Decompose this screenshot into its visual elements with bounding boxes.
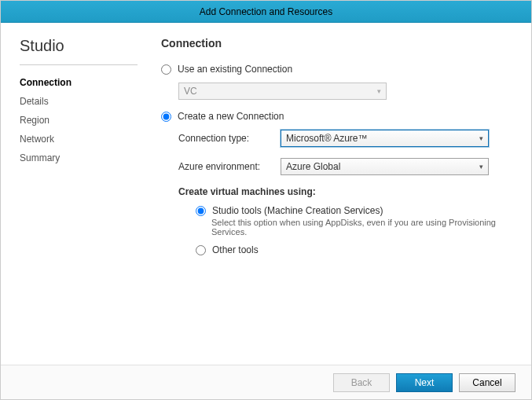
sidebar-item-connection[interactable]: Connection: [20, 73, 138, 92]
wizard-footer: Back Next Cancel: [1, 365, 531, 399]
azure-env-value: Azure Global: [286, 161, 340, 172]
studio-tools-description: Select this option when using AppDisks, …: [211, 218, 512, 237]
radio-studio-tools[interactable]: Studio tools (Machine Creation Services): [196, 205, 512, 216]
radio-existing-connection[interactable]: Use an existing Connection: [161, 64, 512, 75]
back-button: Back: [333, 373, 390, 392]
main-panel: Connection Use an existing Connection VC…: [138, 37, 512, 365]
connection-type-select[interactable]: Microsoft® Azure™ ▾: [281, 130, 489, 147]
radio-other-tools-input[interactable]: [196, 245, 206, 255]
radio-existing-input[interactable]: [161, 64, 171, 75]
page-title: Connection: [161, 37, 512, 50]
content-area: Studio Connection Details Region Network…: [1, 23, 531, 365]
radio-other-tools[interactable]: Other tools: [196, 244, 512, 255]
chevron-down-icon: ▾: [479, 134, 483, 142]
azure-env-select[interactable]: Azure Global ▾: [281, 158, 489, 175]
chevron-down-icon: ▾: [377, 87, 381, 95]
radio-studio-tools-label: Studio tools (Machine Creation Services): [212, 205, 383, 216]
radio-create-connection[interactable]: Create a new Connection: [161, 111, 512, 122]
vm-subheading: Create virtual machines using:: [178, 186, 512, 197]
connection-type-label: Connection type:: [178, 133, 281, 144]
azure-env-label: Azure environment:: [178, 161, 281, 172]
existing-connection-select: VC ▾: [178, 83, 387, 100]
existing-connection-value: VC: [184, 86, 197, 97]
window-title: Add Connection and Resources: [200, 6, 332, 17]
sidebar-item-region[interactable]: Region: [20, 111, 138, 130]
cancel-button[interactable]: Cancel: [459, 373, 515, 392]
next-button[interactable]: Next: [396, 373, 453, 392]
chevron-down-icon: ▾: [479, 163, 483, 171]
sidebar-item-summary[interactable]: Summary: [20, 149, 138, 167]
brand-title: Studio: [20, 37, 138, 55]
connection-type-value: Microsoft® Azure™: [286, 133, 368, 144]
sidebar-item-details[interactable]: Details: [20, 92, 138, 111]
radio-studio-tools-input[interactable]: [196, 206, 206, 216]
wizard-sidebar: Studio Connection Details Region Network…: [20, 37, 138, 365]
sidebar-divider: [20, 64, 138, 65]
radio-create-input[interactable]: [161, 112, 171, 122]
sidebar-item-network[interactable]: Network: [20, 130, 138, 149]
radio-create-label: Create a new Connection: [178, 111, 284, 122]
radio-other-tools-label: Other tools: [212, 244, 259, 255]
radio-existing-label: Use an existing Connection: [178, 64, 292, 75]
window-titlebar: Add Connection and Resources: [1, 1, 531, 23]
